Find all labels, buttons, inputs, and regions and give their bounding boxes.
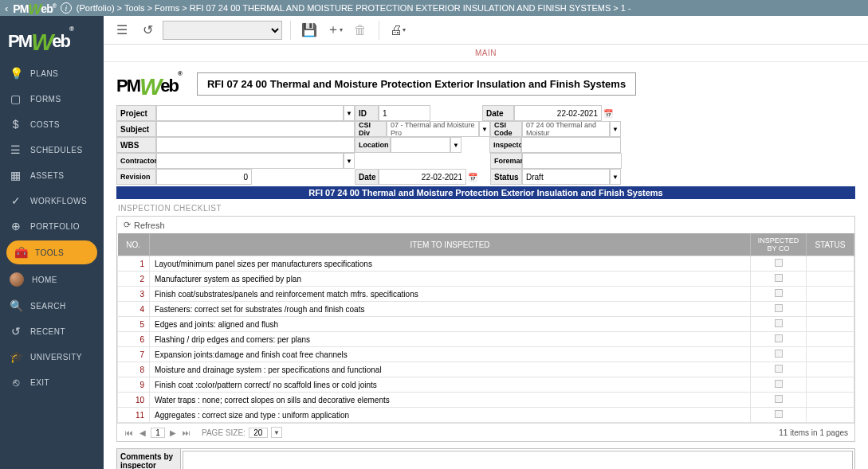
form-title: RFI 07 24 00 Thermal and Moisture Protec… xyxy=(197,72,636,96)
sidebar-item-workflows[interactable]: ✓WORKFLOWS xyxy=(0,188,104,213)
clipboard-icon: ▢ xyxy=(10,92,22,105)
undo-icon[interactable]: ↺ xyxy=(137,20,158,41)
cell-inspected[interactable] xyxy=(751,362,807,377)
table-row[interactable]: 9Finish coat :color/pattern correct/ no … xyxy=(118,377,854,393)
cell-inspected[interactable] xyxy=(751,347,807,362)
back-chevron-icon[interactable]: ‹ xyxy=(5,2,8,14)
pager-next-icon[interactable]: ▶ xyxy=(168,428,178,437)
print-icon[interactable]: 🖨▾ xyxy=(387,20,408,41)
table-row[interactable]: 5Edges and joints: aligned and flush xyxy=(118,317,854,332)
checkbox-icon[interactable] xyxy=(775,289,783,297)
graduation-cap-icon: 🎓 xyxy=(10,350,22,363)
sidebar-item-portfolio[interactable]: ⊕PORTFOLIO xyxy=(0,213,104,239)
checkbox-icon[interactable] xyxy=(775,350,783,358)
status-input[interactable]: Draft xyxy=(522,169,610,185)
subject-input[interactable] xyxy=(156,121,355,137)
sidebar-item-label: PLANS xyxy=(30,69,58,78)
contractor-input[interactable] xyxy=(156,153,344,169)
cell-inspected[interactable] xyxy=(751,272,807,287)
table-row[interactable]: 2Manufacturer system as specified by pla… xyxy=(118,272,854,287)
sidebar-item-university[interactable]: 🎓UNIVERSITY xyxy=(0,344,104,369)
calendar-icon[interactable]: 📅 xyxy=(602,105,615,121)
menu-toggle-icon[interactable]: ☰ xyxy=(112,20,132,41)
avatar-icon xyxy=(10,272,24,287)
location-input[interactable] xyxy=(391,137,450,153)
checkbox-icon[interactable] xyxy=(775,259,783,267)
inspector-input[interactable] xyxy=(521,137,621,153)
sidebar-item-schedules[interactable]: ☰SCHEDULES xyxy=(0,137,104,162)
info-icon[interactable]: i xyxy=(61,2,72,14)
pager-page-input[interactable] xyxy=(151,428,165,438)
wbs-input[interactable] xyxy=(156,137,355,153)
sidebar-item-recent[interactable]: ↺RECENT xyxy=(0,319,104,344)
comments-input[interactable] xyxy=(183,451,853,469)
contractor-dropdown-icon[interactable]: ▼ xyxy=(344,153,355,169)
sidebar-item-assets[interactable]: ▦ASSETS xyxy=(0,162,104,188)
logo-large: PMWeb® xyxy=(0,21,104,61)
table-row[interactable]: 10Water traps : none; correct slopes on … xyxy=(118,393,854,408)
sidebar-item-forms[interactable]: ▢FORMS xyxy=(0,86,104,111)
cell-status xyxy=(807,302,854,317)
csidiv-input[interactable]: 07 - Thermal and Moisture Pro xyxy=(387,121,479,137)
table-row[interactable]: 8Moisture and drainage system : per spec… xyxy=(118,362,854,377)
cell-inspected[interactable] xyxy=(751,287,807,302)
tab-main[interactable]: MAIN xyxy=(475,49,497,57)
checkbox-icon[interactable] xyxy=(775,304,783,312)
pager-last-icon[interactable]: ⏭ xyxy=(181,428,192,437)
table-row[interactable]: 1Layout/minimum panel sizes per manufact… xyxy=(118,256,854,272)
pagesize-input[interactable] xyxy=(249,428,268,438)
checkbox-icon[interactable] xyxy=(775,395,783,403)
table-row[interactable]: 11Aggregates : correct size and type : u… xyxy=(118,408,854,423)
calendar-icon-2[interactable]: 📅 xyxy=(466,169,479,185)
pager-prev-icon[interactable]: ◀ xyxy=(138,428,147,437)
cell-inspected[interactable] xyxy=(751,256,807,272)
table-row[interactable]: 6Flashing / drip edges and corners: per … xyxy=(118,332,854,347)
project-dropdown-icon[interactable]: ▼ xyxy=(344,105,355,121)
search-icon: 🔍 xyxy=(10,299,22,312)
table-row[interactable]: 7Expansion joints:damage and finish coat… xyxy=(118,347,854,362)
save-icon[interactable]: 💾 xyxy=(299,20,320,41)
label-csicode: CSI Code xyxy=(490,121,522,137)
cell-inspected[interactable] xyxy=(751,377,807,393)
exit-icon: ⎋ xyxy=(10,376,22,389)
table-row[interactable]: 3Finish coat/substrates/panels and reinf… xyxy=(118,287,854,302)
checkbox-icon[interactable] xyxy=(775,365,783,373)
record-selector[interactable] xyxy=(163,21,282,40)
refresh-button[interactable]: ⟳Refresh xyxy=(117,217,854,233)
table-row[interactable]: 4Fasteners: correct set for substrates /… xyxy=(118,302,854,317)
delete-icon[interactable]: 🗑 xyxy=(350,20,371,41)
cell-inspected[interactable] xyxy=(751,332,807,347)
foreman-input[interactable] xyxy=(522,153,622,169)
checkbox-icon[interactable] xyxy=(775,319,783,327)
location-dropdown-icon[interactable]: ▼ xyxy=(450,137,461,153)
cell-inspected[interactable] xyxy=(751,302,807,317)
status-dropdown-icon[interactable]: ▼ xyxy=(610,169,621,185)
project-input[interactable] xyxy=(156,105,344,121)
sidebar-item-plans[interactable]: 💡PLANS xyxy=(0,61,104,86)
checkbox-icon[interactable] xyxy=(775,410,783,418)
id-input[interactable]: 1 xyxy=(379,105,430,121)
add-icon[interactable]: ＋▾ xyxy=(324,20,345,41)
sidebar-item-label: FORMS xyxy=(30,95,61,104)
date-input[interactable]: 22-02-2021 xyxy=(514,105,602,121)
checkbox-icon[interactable] xyxy=(775,274,783,282)
csidiv-dropdown-icon[interactable]: ▼ xyxy=(479,121,490,137)
revision-input[interactable]: 0 xyxy=(156,169,252,185)
checkbox-icon[interactable] xyxy=(775,380,783,388)
pagesize-dropdown-icon[interactable]: ▼ xyxy=(271,427,282,438)
sidebar-item-tools[interactable]: 🧰TOOLS xyxy=(6,240,97,264)
cell-inspected[interactable] xyxy=(751,408,807,423)
date2-input[interactable]: 22-02-2021 xyxy=(379,169,466,185)
csicode-input[interactable]: 07 24 00 Thermal and Moistur xyxy=(522,121,610,137)
sidebar-item-exit[interactable]: ⎋EXIT xyxy=(0,369,104,395)
checkbox-icon[interactable] xyxy=(775,334,783,342)
checklist-grid: ⟳Refresh NO. ITEM TO INSPECTED INSPECTED… xyxy=(116,216,855,442)
cell-inspected[interactable] xyxy=(751,393,807,408)
sidebar-item-home[interactable]: HOME xyxy=(0,266,104,293)
cell-inspected[interactable] xyxy=(751,317,807,332)
cell-status xyxy=(807,362,854,377)
sidebar-item-search[interactable]: 🔍SEARCH xyxy=(0,293,104,319)
pager-first-icon[interactable]: ⏮ xyxy=(124,428,135,437)
csicode-dropdown-icon[interactable]: ▼ xyxy=(610,121,621,137)
sidebar-item-costs[interactable]: $COSTS xyxy=(0,111,104,137)
